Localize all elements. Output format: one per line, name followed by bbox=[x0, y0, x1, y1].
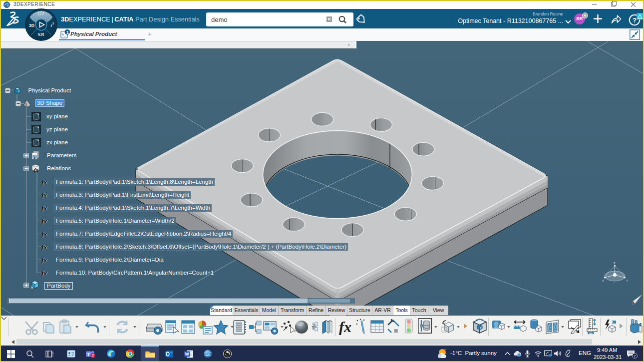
svg-text:=: = bbox=[394, 327, 398, 335]
svg-text:fx: fx bbox=[41, 191, 47, 199]
svg-text:Z: Z bbox=[614, 262, 616, 265]
svg-text:Y: Y bbox=[626, 279, 628, 282]
svg-text:fx: fx bbox=[41, 243, 47, 251]
svg-text:fx: fx bbox=[34, 167, 38, 172]
svg-text:fx: fx bbox=[41, 217, 47, 225]
svg-text:W: W bbox=[185, 352, 190, 357]
svg-text:fx: fx bbox=[41, 178, 47, 186]
svg-text:L3: L3 bbox=[206, 353, 210, 356]
svg-text:7: 7 bbox=[634, 354, 636, 359]
svg-text:?: ? bbox=[633, 16, 637, 24]
svg-text:fx: fx bbox=[339, 319, 351, 335]
svg-text:fx: fx bbox=[41, 204, 47, 212]
svg-text:fx: fx bbox=[41, 269, 47, 277]
svg-text:3D: 3D bbox=[29, 23, 34, 28]
svg-text:g: g bbox=[33, 155, 35, 159]
svg-text:V.R: V.R bbox=[38, 32, 44, 37]
svg-text:1: 1 bbox=[66, 30, 69, 35]
svg-text:T: T bbox=[87, 352, 90, 357]
svg-text:fx: fx bbox=[41, 230, 47, 238]
svg-text:2: 2 bbox=[52, 22, 54, 25]
svg-text:fx: fx bbox=[41, 256, 47, 264]
svg-text:X: X bbox=[602, 279, 604, 282]
